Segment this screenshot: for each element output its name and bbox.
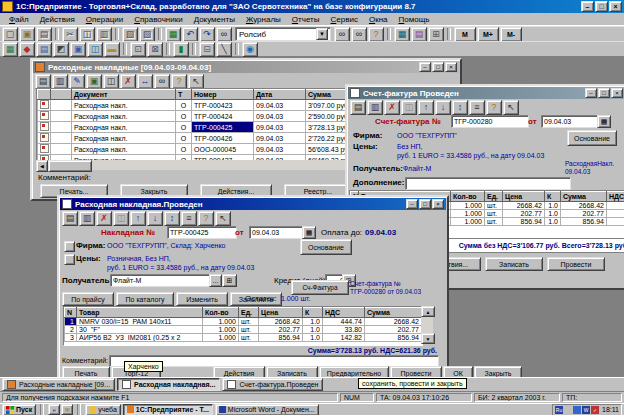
journal-minimize-button[interactable]: –	[419, 62, 431, 72]
firm-expand-button[interactable]	[64, 241, 75, 252]
help-icon[interactable]: ?	[368, 27, 384, 42]
view-icon[interactable]: ▥	[52, 74, 68, 89]
table-cell[interactable]: 3'728.13 руб	[306, 122, 350, 133]
table-cell[interactable]: 2	[65, 326, 77, 334]
find-icon[interactable]: ∞	[216, 27, 232, 42]
table-cell[interactable]: 1.000	[203, 334, 239, 342]
sort-icon[interactable]: ↕	[164, 211, 180, 226]
tray-mail-icon[interactable]: ✓	[591, 406, 599, 414]
window-tab-счет-фактура-проведен[interactable]: Счет-фактура.Проведен	[222, 378, 323, 391]
table-cell[interactable]: 2668.42	[503, 202, 545, 210]
table-cell[interactable]	[38, 144, 51, 155]
table-cell[interactable]: 202.77	[365, 326, 422, 334]
table-cell[interactable]	[607, 202, 624, 210]
reference-book-icon[interactable]: ▮	[173, 42, 189, 57]
table-cell[interactable]: 1.000	[203, 326, 239, 334]
invoice-maximize-button[interactable]: □	[598, 88, 610, 98]
goods-icon[interactable]: ◆	[19, 42, 35, 57]
invoice-window-title-bar[interactable]: Счет-фактура Проведен – □ ×	[348, 87, 624, 99]
table-cell[interactable]: 1.0	[303, 326, 323, 334]
memory-icon[interactable]: M	[454, 27, 476, 42]
table-cell[interactable]: 30_"F"	[77, 326, 203, 334]
taskbar-button-microsoft-word-докумен-[interactable]: Microsoft Word - Докумен...	[215, 404, 319, 415]
table-settings-icon[interactable]: ▦	[165, 27, 181, 42]
scroll-down-icon[interactable]: ▼	[421, 333, 435, 344]
table-cell[interactable]: 1.0	[303, 334, 323, 342]
app-maximize-button[interactable]: □	[595, 1, 608, 12]
menu-item-сервис[interactable]: Сервис	[326, 14, 364, 25]
menu-item-справочники[interactable]: Справочники	[129, 14, 188, 25]
table-cell[interactable]: 2'726.22 руб	[306, 133, 350, 144]
table-cell[interactable]: 3	[65, 334, 77, 342]
preview-icon[interactable]: ▥	[79, 211, 95, 226]
print-icon[interactable]: ▤	[350, 100, 366, 115]
chevron-down-icon[interactable]: ▼	[316, 28, 328, 40]
window-tab-расходная-накладная-[interactable]: Расходная накладная...	[117, 378, 220, 391]
table-row[interactable]: 230_"F"1.000шт.202.771.033.80202.77	[65, 326, 422, 334]
table-cell[interactable]	[38, 100, 51, 111]
menu-item-журналы[interactable]: Журналы	[241, 14, 287, 25]
table-cell[interactable]: АИР56 В2_У3_IM2081 (0.25 x 2	[77, 334, 203, 342]
copy-row-icon[interactable]: ◫	[103, 74, 119, 89]
table-cell[interactable]: шт.	[239, 334, 259, 342]
table-cell[interactable]: О	[176, 144, 192, 155]
invoice-minimize-button[interactable]: –	[585, 88, 597, 98]
table-cell[interactable]: 09.04.03	[254, 122, 306, 133]
scroll-left-icon[interactable]: ◀	[36, 160, 48, 172]
table-cell[interactable]: О	[176, 111, 192, 122]
sort-icon[interactable]: ↕	[452, 100, 468, 115]
copy-icon[interactable]: ◫	[79, 27, 95, 42]
table-cell[interactable]: ТГР-000423	[192, 100, 254, 111]
menu-item-операции[interactable]: Операции	[81, 14, 129, 25]
table-row[interactable]: 1NMRV 030/i=15_PAM 140x111.000шт.2668.42…	[65, 318, 422, 326]
lang-ru-icon[interactable]: Ru	[555, 406, 563, 414]
table-cell[interactable]: 142.82	[323, 334, 365, 342]
new-row-icon[interactable]: ▣	[86, 74, 102, 89]
edit-icon[interactable]: ✎	[69, 74, 85, 89]
waybill-предварительно-button[interactable]: Предварительно	[319, 366, 389, 377]
receiver-browse-button[interactable]: ...	[209, 274, 222, 287]
copy-format-icon[interactable]: ▧	[122, 27, 138, 42]
waybill-close-button[interactable]: ×	[432, 199, 444, 209]
table-cell[interactable]: 56'608.43 руб	[306, 144, 350, 155]
invoice-calendar-button[interactable]: ▦	[597, 115, 611, 128]
waybill-записать-button[interactable]: Записать	[266, 366, 318, 377]
table-cell[interactable]: 202.77	[503, 210, 545, 218]
waybill-calendar-button[interactable]: ▦	[302, 226, 316, 239]
documents-icon[interactable]: ▣	[70, 42, 86, 57]
line-tool-icon[interactable]: ╲	[216, 42, 232, 57]
invoice-date-field[interactable]: 09.04.03	[541, 115, 602, 128]
table-cell[interactable]: Расходная накл.	[72, 133, 176, 144]
table-cell[interactable]: Расходная накл.	[72, 100, 176, 111]
waybill-invoice-button[interactable]: Сч-Фактура	[291, 280, 349, 295]
waybill-fill-по-прайсу-button[interactable]: По прайсу	[62, 292, 114, 306]
table-cell[interactable]: 1.000	[451, 202, 485, 210]
totals-icon[interactable]: ≡	[469, 100, 485, 115]
memory-minus-icon[interactable]: M-	[500, 27, 522, 42]
invoice-number-field[interactable]: ТГР-000280	[451, 115, 529, 128]
table-cell[interactable]	[38, 133, 51, 144]
totals-icon[interactable]: ≡	[181, 211, 197, 226]
report-turnover-icon[interactable]: ⊡	[130, 42, 146, 57]
invoices-journal-icon[interactable]: ◫	[87, 42, 103, 57]
table-cell[interactable]: 2668.42	[365, 318, 422, 326]
waybill-действия-button[interactable]: Действия	[213, 366, 265, 377]
table-cell[interactable]: 202.77	[259, 326, 303, 334]
delete-row-icon[interactable]: ✗	[120, 74, 136, 89]
waybill-basis-button[interactable]: Основание	[300, 239, 352, 255]
copy-row-icon[interactable]: ◫	[113, 211, 129, 226]
start-button[interactable]: Пуск	[2, 404, 36, 415]
tray-word-icon[interactable]: W	[582, 406, 590, 414]
help-icon[interactable]: ?	[171, 74, 187, 89]
frame-tool-icon[interactable]: ⊟	[199, 42, 215, 57]
table-cell[interactable]: NMRV 030/i=15_PAM 140x11	[77, 318, 203, 326]
table-cell[interactable]: 33.80	[323, 326, 365, 334]
menu-item-окна[interactable]: Окна	[364, 14, 394, 25]
save-icon[interactable]: ▤	[36, 27, 52, 42]
waybill-maximize-button[interactable]: □	[419, 199, 431, 209]
status-ta[interactable]: ТА: 09.04.03 17:10:26	[376, 393, 472, 402]
window-tab-расходные-накладные-09-[interactable]: Расходные накладные [09...	[2, 378, 115, 391]
invoice-basis-button[interactable]: Основание	[567, 130, 617, 146]
invoice-addition-field[interactable]	[405, 177, 571, 190]
catalogs-icon[interactable]: ▦	[2, 42, 18, 57]
